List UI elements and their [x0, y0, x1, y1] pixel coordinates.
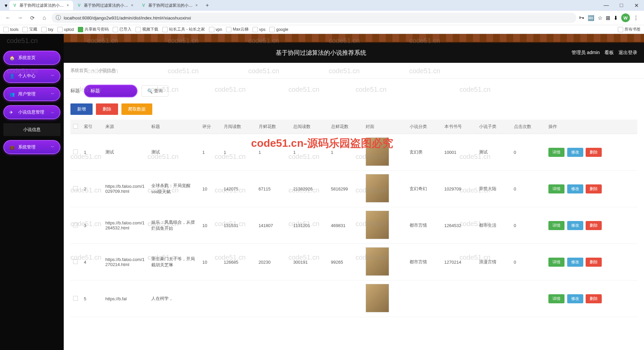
detail-button[interactable]: 详情 [548, 294, 565, 303]
cell-index: 5 [81, 280, 103, 317]
bookmark-star-icon[interactable]: ☆ [598, 15, 602, 21]
cell-cat [407, 280, 442, 317]
add-button[interactable]: 新增 [70, 103, 93, 115]
cell-score: 1 [200, 134, 221, 171]
bookmark-item[interactable]: google [269, 27, 288, 32]
back-button[interactable]: ← [3, 13, 13, 23]
select-all-checkbox[interactable] [73, 124, 78, 129]
detail-button[interactable]: 详情 [548, 148, 565, 157]
bookmark-item[interactable]: 视频下载 [136, 27, 158, 32]
cell-source: https://b.fal [103, 280, 149, 317]
all-bookmarks[interactable]: 所有书签 [618, 27, 641, 32]
search-title-select[interactable]: 标题 [84, 85, 138, 97]
close-window-button[interactable]: ✕ [629, 0, 644, 11]
th-tflower: 总鲜花数 [328, 120, 363, 134]
cell-tflower [328, 280, 363, 317]
sidebar-item-users[interactable]: 👥 用户管理 ﹀ [3, 87, 60, 101]
url-bar[interactable]: ⓘ localhost:8080/django2w931/admin/dist/… [52, 13, 576, 23]
bookmark-item[interactable]: 站长工具 - 站长之家 [162, 27, 205, 32]
bookmark-item[interactable]: vpn [209, 27, 222, 32]
board-link[interactable]: 看板 [604, 50, 614, 56]
sidebar-item-system[interactable]: 💼 系统管理 ﹀ [3, 140, 60, 154]
row-delete-button[interactable]: 删除 [586, 294, 602, 303]
cell-title: 测试 [149, 134, 200, 171]
close-icon[interactable]: × [194, 3, 199, 8]
row-delete-button[interactable]: 删除 [586, 148, 602, 157]
breadcrumb-root[interactable]: 系统首页 [70, 68, 88, 73]
browser-tab[interactable]: V 基于协同过滤算法的小说推荐系 × [138, 1, 202, 10]
table-row: 2 https://b.faloo.com/1029709.html 全球杀戮：… [70, 171, 637, 207]
search-button[interactable]: 🔍 查询 [142, 85, 168, 97]
sidebar-item-novel[interactable]: ✈ 小说信息管理 ︿ [3, 105, 60, 119]
cell-score [200, 280, 221, 317]
row-checkbox[interactable] [73, 296, 78, 301]
detail-button[interactable]: 详情 [548, 184, 565, 193]
cell-index: 3 [81, 207, 103, 244]
bookmark-item[interactable]: uplod [57, 27, 74, 32]
th-score: 评分 [200, 120, 221, 134]
row-delete-button[interactable]: 删除 [586, 258, 602, 267]
bookmark-item[interactable]: txy [41, 27, 53, 32]
close-icon[interactable]: × [129, 3, 135, 8]
password-icon[interactable]: 🗝 [579, 15, 584, 21]
user-icon: 👤 [9, 74, 15, 79]
chevron-down-icon: ﹀ [51, 74, 54, 78]
menu-icon[interactable]: ⋮ [633, 15, 639, 21]
cell-clicks [511, 280, 546, 317]
bookmark-item[interactable]: tools [3, 27, 18, 32]
bookmarks-bar: tools 宝藏 txy uplod 共享账号密码 已导入 视频下载 站长工具 … [0, 25, 644, 34]
cell-mread: 1 [221, 134, 256, 171]
row-delete-button[interactable]: 删除 [586, 221, 602, 230]
cell-cat: 都市言情 [407, 244, 442, 280]
site-info-icon[interactable]: ⓘ [56, 14, 61, 21]
extensions-icon[interactable]: ⊞ [606, 15, 610, 21]
browser-tab[interactable]: V 基于协同过滤算法的小说推荐系 × [9, 1, 73, 10]
search-value: 标题 [91, 88, 100, 94]
delete-button[interactable]: 删除 [96, 103, 118, 115]
bookmark-item[interactable]: 共享账号密码 [78, 27, 109, 32]
forward-button[interactable]: → [15, 13, 25, 23]
translate-icon[interactable]: 🔤 [588, 15, 594, 21]
logout-link[interactable]: 退出登录 [619, 50, 637, 56]
crawl-button[interactable]: 爬取数据 [121, 103, 152, 115]
edit-button[interactable]: 修改 [567, 294, 583, 303]
home-icon: 🏠 [9, 55, 15, 60]
edit-button[interactable]: 修改 [567, 221, 583, 230]
admin-label[interactable]: 管理员 admin [572, 50, 600, 56]
row-checkbox[interactable] [73, 186, 78, 191]
tab-dropdown[interactable]: ▾ [3, 2, 9, 9]
maximize-button[interactable]: □ [614, 0, 629, 11]
detail-button[interactable]: 详情 [548, 258, 565, 267]
bookmark-item[interactable]: Max云梯 [226, 27, 249, 32]
sidebar-item-home[interactable]: 🏠 系统首页 [3, 51, 60, 65]
download-icon[interactable]: ⬇ [613, 15, 618, 21]
minimize-button[interactable]: — [599, 0, 614, 11]
cell-book: 1270214 [442, 244, 477, 280]
browser-tab[interactable]: V 基于协同过滤算法的小说推荐系 × [74, 1, 138, 10]
detail-button[interactable]: 详情 [548, 221, 565, 230]
bookmark-item[interactable]: 已导入 [113, 27, 131, 32]
edit-button[interactable]: 修改 [567, 148, 583, 157]
close-icon[interactable]: × [65, 3, 70, 8]
edit-button[interactable]: 修改 [567, 258, 583, 267]
sidebar-subitem-novel-info[interactable]: 小说信息 [3, 123, 60, 136]
cell-mflower [256, 280, 291, 317]
bookmark-item[interactable]: vps [253, 27, 266, 32]
vue-icon: V [12, 3, 17, 8]
cell-score: 10 [200, 171, 221, 207]
row-checkbox[interactable] [73, 259, 78, 264]
edit-button[interactable]: 修改 [567, 184, 583, 193]
table-row: 1 测试 测试 1 1 1 1 1 玄幻类 10001 测试 0 详情 修改 删… [70, 134, 637, 171]
row-delete-button[interactable]: 删除 [586, 184, 602, 193]
new-tab-button[interactable]: + [203, 1, 212, 10]
th-cover: 封面 [363, 120, 407, 134]
row-checkbox[interactable] [73, 149, 78, 154]
row-checkbox[interactable] [73, 223, 78, 227]
home-button[interactable]: ⌂ [40, 13, 49, 23]
sidebar-item-profile[interactable]: 👤 个人中心 ﹀ [3, 69, 60, 83]
profile-avatar[interactable]: W [621, 13, 630, 22]
th-mread: 月阅读数 [221, 120, 256, 134]
cell-book: 1029709 [442, 171, 477, 207]
reload-button[interactable]: ⟳ [28, 13, 37, 23]
bookmark-item[interactable]: 宝藏 [22, 27, 37, 32]
